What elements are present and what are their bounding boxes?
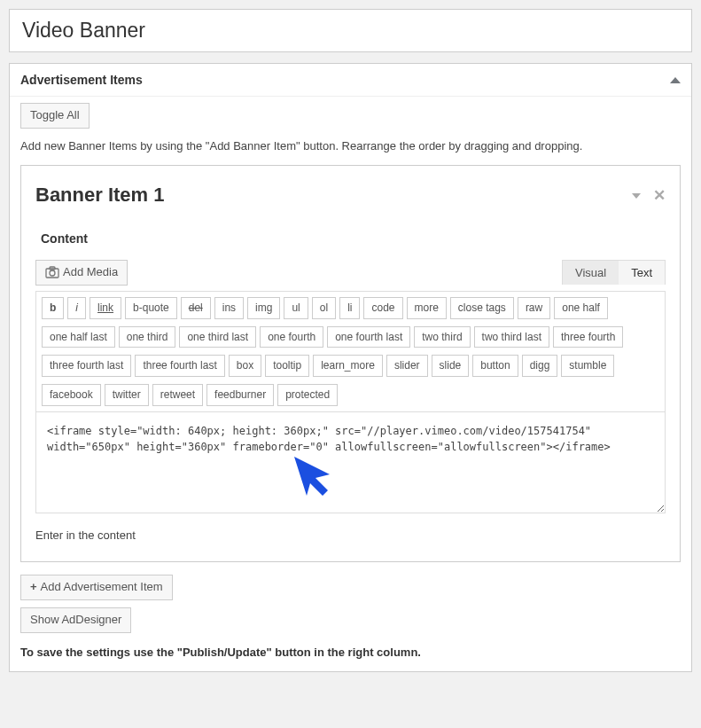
quicktag-b[interactable]: b (42, 297, 64, 319)
bottom-actions: + Add Advertisement Item Show AdDesigner (20, 575, 681, 633)
quicktag-del[interactable]: del (181, 297, 211, 319)
save-footnote: To save the settings use the "Publish/Up… (20, 646, 681, 659)
quicktag-button[interactable]: button (472, 355, 518, 377)
collapse-up-icon[interactable] (670, 77, 681, 83)
tab-visual[interactable]: Visual (563, 261, 619, 285)
content-label: Content (41, 231, 666, 246)
quicktag-img[interactable]: img (247, 297, 280, 319)
advertisement-items-section: Advertisement Items Toggle All Add new B… (9, 63, 692, 672)
quicktags-toolbar: bilinkb-quotedelinsimgulollicodemoreclos… (35, 291, 666, 412)
svg-point-1 (50, 270, 55, 276)
quicktag-b-quote[interactable]: b-quote (125, 297, 177, 319)
quicktag-feedburner[interactable]: feedburner (206, 384, 274, 406)
page-title: Video Banner (10, 10, 691, 51)
quicktag-one-fourth-last[interactable]: one fourth last (327, 326, 410, 348)
quicktag-ins[interactable]: ins (214, 297, 244, 319)
quicktag-one-half-last[interactable]: one half last (42, 326, 115, 348)
page-header: Video Banner (9, 9, 692, 52)
section-title: Advertisement Items (20, 73, 143, 87)
quicktag-twitter[interactable]: twitter (105, 384, 149, 406)
quicktag-three-fourth-last[interactable]: three fourth last (135, 355, 224, 377)
quicktag-retweet[interactable]: retweet (152, 384, 203, 406)
add-advertisement-item-label: Add Advertisement Item (41, 580, 163, 595)
quicktag-two-third-last[interactable]: two third last (474, 326, 549, 348)
quicktag-facebook[interactable]: facebook (42, 384, 101, 406)
code-area-wrapper (35, 412, 666, 516)
quicktag-three-fourth-last[interactable]: three fourth last (42, 355, 131, 377)
quicktag-one-third[interactable]: one third (119, 326, 176, 348)
camera-icon (45, 266, 59, 278)
help-text: Add new Banner Items by using the "Add B… (20, 139, 681, 153)
section-header[interactable]: Advertisement Items (10, 64, 691, 97)
quicktag-one-fourth[interactable]: one fourth (260, 326, 323, 348)
editor-top-row: Add Media Visual Text (35, 260, 666, 286)
section-body: Toggle All Add new Banner Items by using… (10, 97, 691, 671)
content-hint: Enter in the content (35, 528, 666, 542)
plus-icon: + (30, 580, 37, 595)
banner-item-1: Banner Item 1 ✕ Content Add Media Visual… (20, 165, 681, 562)
show-addesigner-button[interactable]: Show AdDesigner (20, 607, 131, 633)
quicktag-i[interactable]: i (67, 297, 86, 319)
quicktag-one-half[interactable]: one half (554, 297, 608, 319)
close-icon[interactable]: ✕ (653, 188, 666, 203)
banner-item-actions: ✕ (632, 181, 666, 203)
quicktag-link[interactable]: link (90, 297, 121, 319)
add-media-label: Add Media (63, 265, 118, 280)
quicktag-box[interactable]: box (229, 355, 261, 377)
quicktag-one-third-last[interactable]: one third last (179, 326, 256, 348)
quicktag-close-tags[interactable]: close tags (450, 297, 514, 319)
quicktag-ol[interactable]: ol (312, 297, 336, 319)
quicktag-stumble[interactable]: stumble (561, 355, 614, 377)
content-textarea[interactable] (35, 412, 666, 513)
editor-tabs: Visual Text (562, 260, 666, 285)
chevron-down-icon[interactable] (632, 193, 641, 199)
quicktag-two-third[interactable]: two third (414, 326, 470, 348)
quicktag-slide[interactable]: slide (432, 355, 470, 377)
add-media-button[interactable]: Add Media (35, 260, 128, 286)
add-advertisement-item-button[interactable]: + Add Advertisement Item (20, 575, 173, 600)
quicktag-raw[interactable]: raw (518, 297, 550, 319)
quicktag-slider[interactable]: slider (386, 355, 428, 377)
banner-item-header: Banner Item 1 ✕ (35, 178, 666, 207)
quicktag-three-fourth[interactable]: three fourth (553, 326, 623, 348)
quicktag-learn-more[interactable]: learn_more (313, 355, 383, 377)
toggle-all-button[interactable]: Toggle All (20, 103, 90, 129)
quicktag-ul[interactable]: ul (284, 297, 308, 319)
quicktag-tooltip[interactable]: tooltip (265, 355, 309, 377)
quicktag-digg[interactable]: digg (522, 355, 558, 377)
quicktag-more[interactable]: more (407, 297, 447, 319)
quicktag-li[interactable]: li (339, 297, 360, 319)
quicktag-protected[interactable]: protected (277, 384, 338, 406)
quicktag-code[interactable]: code (363, 297, 402, 319)
tab-text[interactable]: Text (619, 261, 665, 285)
banner-item-title: Banner Item 1 (35, 184, 165, 207)
